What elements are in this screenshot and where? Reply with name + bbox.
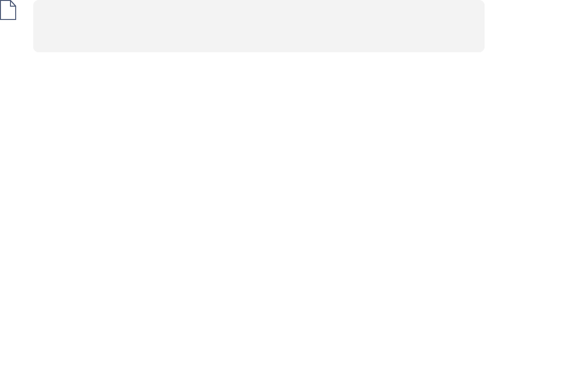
- arrows-layer: [0, 0, 571, 392]
- component-row-last: [33, 0, 485, 52]
- diagram-stage: [0, 0, 571, 392]
- persist-box: [0, 0, 67, 24]
